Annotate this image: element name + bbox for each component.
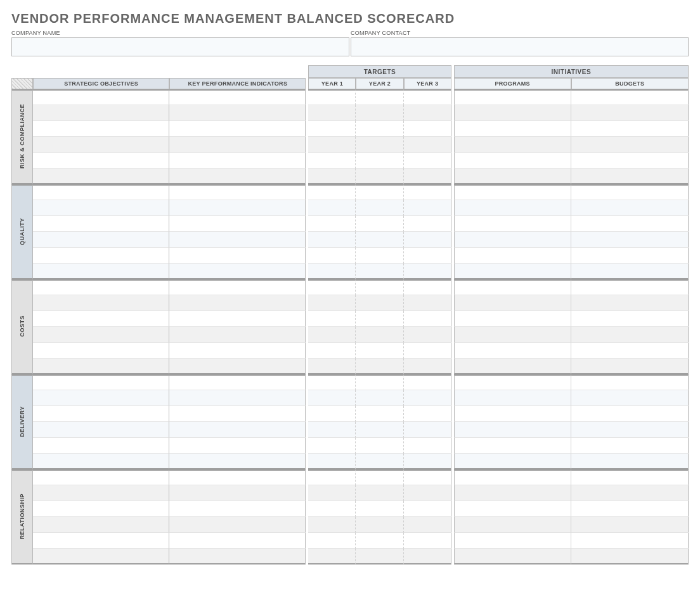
data-cell[interactable]	[33, 137, 169, 153]
data-cell[interactable]	[404, 248, 451, 264]
data-cell[interactable]	[454, 454, 571, 469]
data-cell[interactable]	[33, 422, 169, 438]
data-cell[interactable]	[169, 438, 306, 454]
data-cell[interactable]	[454, 549, 571, 564]
data-cell[interactable]	[454, 327, 571, 343]
data-cell[interactable]	[169, 343, 306, 359]
data-cell[interactable]	[356, 438, 403, 454]
data-cell[interactable]	[169, 469, 306, 485]
data-cell[interactable]	[308, 406, 356, 422]
data-cell[interactable]	[169, 184, 306, 200]
data-cell[interactable]	[308, 248, 356, 264]
data-cell[interactable]	[33, 343, 169, 359]
data-cell[interactable]	[33, 295, 169, 311]
data-cell[interactable]	[571, 311, 689, 327]
data-cell[interactable]	[169, 311, 306, 327]
data-cell[interactable]	[169, 232, 306, 248]
company-name-input[interactable]	[11, 37, 349, 56]
data-cell[interactable]	[356, 264, 403, 279]
data-cell[interactable]	[169, 295, 306, 311]
data-cell[interactable]	[404, 485, 451, 501]
data-cell[interactable]	[169, 89, 306, 105]
data-cell[interactable]	[454, 533, 571, 549]
data-cell[interactable]	[33, 501, 169, 517]
data-cell[interactable]	[169, 216, 306, 232]
data-cell[interactable]	[571, 454, 689, 469]
data-cell[interactable]	[454, 121, 571, 137]
data-cell[interactable]	[454, 295, 571, 311]
data-cell[interactable]	[33, 359, 169, 374]
data-cell[interactable]	[169, 549, 306, 564]
data-cell[interactable]	[454, 374, 571, 390]
data-cell[interactable]	[33, 327, 169, 343]
data-cell[interactable]	[308, 311, 356, 327]
data-cell[interactable]	[454, 469, 571, 485]
data-cell[interactable]	[33, 200, 169, 216]
data-cell[interactable]	[571, 485, 689, 501]
data-cell[interactable]	[454, 248, 571, 264]
data-cell[interactable]	[356, 184, 403, 200]
data-cell[interactable]	[33, 454, 169, 469]
data-cell[interactable]	[404, 153, 451, 169]
data-cell[interactable]	[308, 295, 356, 311]
data-cell[interactable]	[454, 501, 571, 517]
data-cell[interactable]	[404, 232, 451, 248]
data-cell[interactable]	[571, 153, 689, 169]
data-cell[interactable]	[571, 232, 689, 248]
data-cell[interactable]	[356, 105, 403, 121]
data-cell[interactable]	[356, 311, 403, 327]
data-cell[interactable]	[454, 169, 571, 184]
data-cell[interactable]	[404, 390, 451, 406]
data-cell[interactable]	[33, 406, 169, 422]
data-cell[interactable]	[356, 89, 403, 105]
data-cell[interactable]	[571, 343, 689, 359]
data-cell[interactable]	[308, 169, 356, 184]
data-cell[interactable]	[169, 264, 306, 279]
data-cell[interactable]	[308, 216, 356, 232]
data-cell[interactable]	[356, 137, 403, 153]
data-cell[interactable]	[571, 469, 689, 485]
data-cell[interactable]	[571, 327, 689, 343]
data-cell[interactable]	[571, 200, 689, 216]
data-cell[interactable]	[356, 248, 403, 264]
data-cell[interactable]	[404, 422, 451, 438]
data-cell[interactable]	[571, 216, 689, 232]
data-cell[interactable]	[308, 390, 356, 406]
data-cell[interactable]	[571, 248, 689, 264]
data-cell[interactable]	[356, 359, 403, 374]
data-cell[interactable]	[33, 517, 169, 533]
data-cell[interactable]	[308, 454, 356, 469]
data-cell[interactable]	[454, 153, 571, 169]
data-cell[interactable]	[308, 517, 356, 533]
data-cell[interactable]	[33, 248, 169, 264]
data-cell[interactable]	[454, 343, 571, 359]
data-cell[interactable]	[308, 485, 356, 501]
data-cell[interactable]	[356, 216, 403, 232]
data-cell[interactable]	[404, 517, 451, 533]
data-cell[interactable]	[308, 374, 356, 390]
data-cell[interactable]	[571, 264, 689, 279]
data-cell[interactable]	[356, 485, 403, 501]
data-cell[interactable]	[356, 422, 403, 438]
data-cell[interactable]	[356, 232, 403, 248]
data-cell[interactable]	[169, 279, 306, 295]
data-cell[interactable]	[571, 121, 689, 137]
data-cell[interactable]	[356, 343, 403, 359]
data-cell[interactable]	[308, 200, 356, 216]
data-cell[interactable]	[356, 121, 403, 137]
data-cell[interactable]	[356, 295, 403, 311]
data-cell[interactable]	[308, 422, 356, 438]
data-cell[interactable]	[404, 200, 451, 216]
data-cell[interactable]	[454, 216, 571, 232]
data-cell[interactable]	[404, 406, 451, 422]
data-cell[interactable]	[169, 153, 306, 169]
data-cell[interactable]	[33, 121, 169, 137]
data-cell[interactable]	[356, 406, 403, 422]
data-cell[interactable]	[308, 121, 356, 137]
data-cell[interactable]	[33, 438, 169, 454]
data-cell[interactable]	[454, 438, 571, 454]
data-cell[interactable]	[404, 311, 451, 327]
data-cell[interactable]	[33, 279, 169, 295]
data-cell[interactable]	[571, 137, 689, 153]
data-cell[interactable]	[404, 549, 451, 564]
